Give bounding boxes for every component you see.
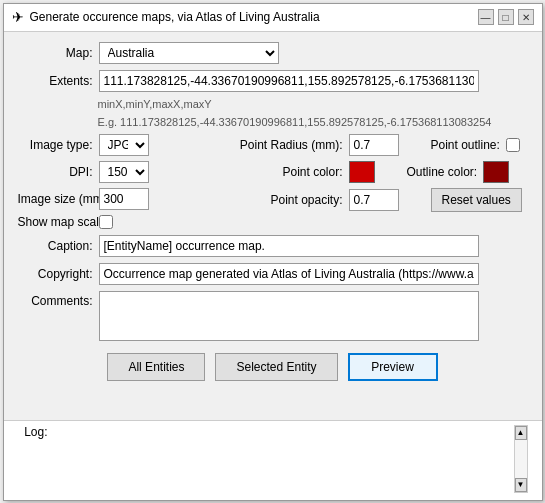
log-scrollbar[interactable]: ▲ ▼ — [514, 425, 528, 493]
point-radius-input[interactable] — [349, 134, 399, 156]
point-color-label: Point color: — [238, 165, 343, 179]
copyright-row: Copyright: — [18, 263, 528, 285]
point-radius-label: Point Radius (mm): — [238, 138, 343, 152]
title-controls: — □ ✕ — [478, 9, 534, 25]
comments-label: Comments: — [18, 294, 93, 308]
mid-section: Image type: JPG PNG DPI: 72 96 150 300 — [18, 134, 528, 229]
showmap-label: Show map scale: — [18, 215, 93, 229]
caption-input[interactable] — [99, 235, 479, 257]
close-button[interactable]: ✕ — [518, 9, 534, 25]
extents-label: Extents: — [18, 74, 93, 88]
outline-color-label: Outline color: — [407, 165, 478, 179]
dpi-select[interactable]: 72 96 150 300 — [99, 161, 149, 183]
log-section: Log: ▲ ▼ — [4, 420, 542, 500]
point-opacity-row: Point opacity: Reset values — [238, 188, 528, 212]
extents-row: Extents: — [18, 70, 528, 92]
point-color-row: Point color: Outline color: — [238, 161, 528, 183]
extents-hint: minX,minY,maxX,maxY — [98, 98, 528, 110]
title-bar-left: ✈ Generate occurence maps, via Atlas of … — [12, 9, 320, 25]
action-buttons: All Entities Selected Entity Preview — [18, 353, 528, 385]
caption-row: Caption: — [18, 235, 528, 257]
copyright-label: Copyright: — [18, 267, 93, 281]
extents-example: E.g. 111.173828125,-44.33670190996811,15… — [98, 116, 528, 128]
dpi-row: DPI: 72 96 150 300 — [18, 161, 238, 183]
imagetype-row: Image type: JPG PNG — [18, 134, 238, 156]
point-outline-label: Point outline: — [431, 138, 500, 152]
imagesize-label: Image size (mm): — [18, 192, 93, 206]
log-label: Log: — [18, 425, 48, 439]
showmap-row: Show map scale: — [18, 215, 238, 229]
scroll-down-arrow[interactable]: ▼ — [515, 478, 527, 492]
map-label: Map: — [18, 46, 93, 60]
map-row: Map: Australia World — [18, 42, 528, 64]
minimize-button[interactable]: — — [478, 9, 494, 25]
comments-textarea[interactable] — [99, 291, 479, 341]
maximize-button[interactable]: □ — [498, 9, 514, 25]
point-opacity-input[interactable] — [349, 189, 399, 211]
log-area — [54, 425, 508, 493]
main-window: ✈ Generate occurence maps, via Atlas of … — [3, 3, 543, 501]
imagetype-label: Image type: — [18, 138, 93, 152]
reset-button[interactable]: Reset values — [431, 188, 522, 212]
app-icon: ✈ — [12, 9, 24, 25]
mid-left: Image type: JPG PNG DPI: 72 96 150 300 — [18, 134, 238, 229]
point-outline-checkbox[interactable] — [506, 138, 520, 152]
imagetype-select[interactable]: JPG PNG — [99, 134, 149, 156]
extents-input[interactable] — [99, 70, 479, 92]
all-entities-button[interactable]: All Entities — [107, 353, 205, 381]
caption-label: Caption: — [18, 239, 93, 253]
title-bar: ✈ Generate occurence maps, via Atlas of … — [4, 4, 542, 32]
content-area: Map: Australia World Extents: minX,minY,… — [4, 32, 542, 420]
selected-entity-button[interactable]: Selected Entity — [215, 353, 337, 381]
window-title: Generate occurence maps, via Atlas of Li… — [30, 10, 320, 24]
preview-button[interactable]: Preview — [348, 353, 438, 381]
point-color-picker[interactable] — [349, 161, 375, 183]
copyright-input[interactable] — [99, 263, 479, 285]
mid-right: Point Radius (mm): Point outline: Point … — [238, 134, 528, 229]
scroll-up-arrow[interactable]: ▲ — [515, 426, 527, 440]
map-select[interactable]: Australia World — [99, 42, 279, 64]
outline-color-picker[interactable] — [483, 161, 509, 183]
point-opacity-label: Point opacity: — [238, 193, 343, 207]
imagesize-row: Image size (mm): — [18, 188, 238, 210]
point-radius-row: Point Radius (mm): Point outline: — [238, 134, 528, 156]
dpi-label: DPI: — [18, 165, 93, 179]
imagesize-input[interactable] — [99, 188, 149, 210]
comments-row: Comments: — [18, 291, 528, 341]
showmap-checkbox[interactable] — [99, 215, 113, 229]
